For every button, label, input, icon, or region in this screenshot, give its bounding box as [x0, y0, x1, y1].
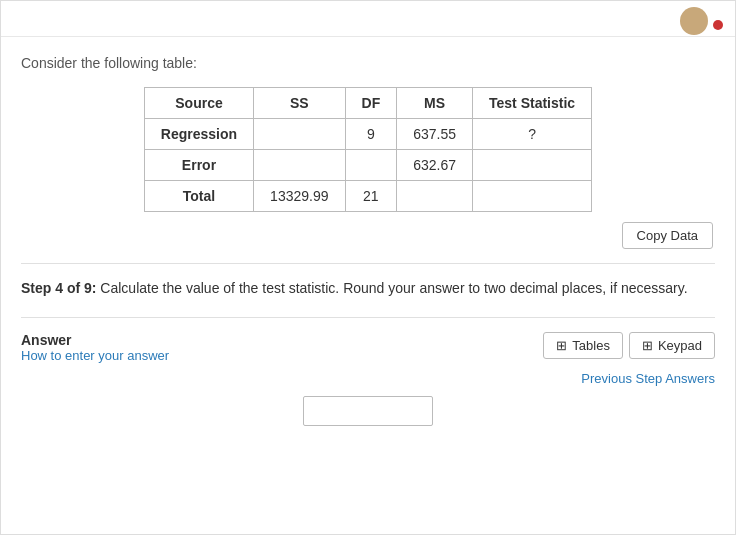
col-header-test-statistic: Test Statistic: [473, 88, 592, 119]
data-table-wrapper: Source SS DF MS Test Statistic Regressio…: [21, 87, 715, 212]
tables-btn-label: Tables: [572, 338, 610, 353]
cell-ts-total: [473, 181, 592, 212]
cell-df-total: 21: [345, 181, 397, 212]
table-row: Error 632.67: [144, 150, 591, 181]
keypad-btn-label: Keypad: [658, 338, 702, 353]
table-row: Total 13329.99 21: [144, 181, 591, 212]
main-content-area: Consider the following table: Source SS …: [1, 37, 735, 436]
col-header-df: DF: [345, 88, 397, 119]
answer-section: Answer How to enter your answer ⊞ Tables…: [21, 317, 715, 426]
tables-icon: ⊞: [556, 338, 567, 353]
cell-ss-regression: [254, 119, 345, 150]
answer-label: Answer: [21, 332, 169, 348]
tables-button[interactable]: ⊞ Tables: [543, 332, 623, 359]
data-table: Source SS DF MS Test Statistic Regressio…: [144, 87, 592, 212]
answer-input[interactable]: [303, 396, 433, 426]
cell-source-total: Total: [144, 181, 253, 212]
copy-data-button[interactable]: Copy Data: [622, 222, 713, 249]
step-label: Step 4 of 9:: [21, 280, 96, 296]
step-instruction-text: Calculate the value of the test statisti…: [96, 280, 687, 296]
answer-input-area: [21, 396, 715, 426]
step-instruction: Step 4 of 9: Calculate the value of the …: [21, 263, 715, 299]
cell-df-regression: 9: [345, 119, 397, 150]
cell-ts-error: [473, 150, 592, 181]
answer-header: Answer How to enter your answer ⊞ Tables…: [21, 332, 715, 363]
cell-ms-error: 632.67: [397, 150, 473, 181]
col-header-ms: MS: [397, 88, 473, 119]
cell-ss-total: 13329.99: [254, 181, 345, 212]
copy-data-area: Copy Data: [21, 222, 715, 249]
how-to-link[interactable]: How to enter your answer: [21, 348, 169, 363]
keypad-button[interactable]: ⊞ Keypad: [629, 332, 715, 359]
cell-source-error: Error: [144, 150, 253, 181]
cell-ms-regression: 637.55: [397, 119, 473, 150]
col-header-source: Source: [144, 88, 253, 119]
col-header-ss: SS: [254, 88, 345, 119]
table-row: Regression 9 637.55 ?: [144, 119, 591, 150]
cell-df-error: [345, 150, 397, 181]
answer-buttons: ⊞ Tables ⊞ Keypad: [543, 332, 715, 359]
intro-text: Consider the following table:: [21, 55, 715, 71]
cell-ss-error: [254, 150, 345, 181]
cell-ts-regression: ?: [473, 119, 592, 150]
notification-dot: [713, 20, 723, 30]
cell-source-regression: Regression: [144, 119, 253, 150]
previous-step-answers-link[interactable]: Previous Step Answers: [581, 371, 715, 386]
prev-step-area: Previous Step Answers: [21, 371, 715, 386]
main-container: Consider the following table: Source SS …: [0, 0, 736, 535]
answer-label-group: Answer How to enter your answer: [21, 332, 169, 363]
keypad-icon: ⊞: [642, 338, 653, 353]
cell-ms-total: [397, 181, 473, 212]
avatar: [680, 7, 708, 35]
